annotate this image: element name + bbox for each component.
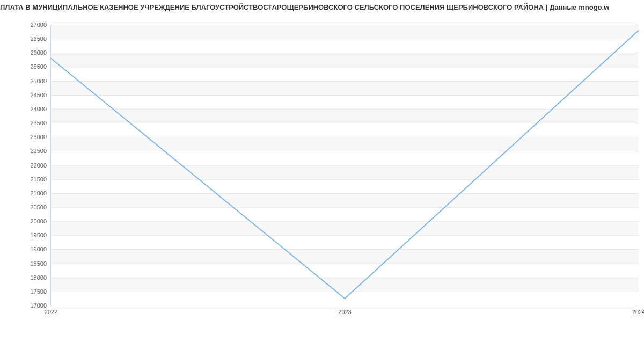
y-tick-label: 24000: [30, 106, 47, 112]
y-tick-label: 18500: [30, 260, 47, 267]
y-tick-label: 25000: [30, 78, 47, 84]
y-tick-label: 21000: [30, 190, 47, 197]
y-tick-label: 22500: [30, 148, 47, 154]
y-tick-label: 20000: [30, 218, 47, 224]
x-tick-label: 2024: [632, 309, 644, 315]
plot-area[interactable]: 1700017500180001850019000195002000020500…: [50, 25, 639, 306]
y-tick-label: 19500: [30, 232, 47, 238]
y-tick-label: 24500: [30, 92, 47, 98]
gridline: [51, 306, 639, 306]
y-tick-label: 21500: [30, 176, 47, 183]
y-tick-label: 17500: [30, 288, 47, 295]
x-tick-label: 2023: [338, 309, 351, 315]
y-tick-label: 20500: [30, 204, 47, 210]
x-tick-label: 2022: [45, 309, 57, 315]
y-tick-label: 26500: [30, 35, 47, 42]
y-tick-label: 17000: [30, 302, 47, 309]
chart-area: 1700017500180001850019000195002000020500…: [27, 25, 639, 322]
y-tick-label: 23500: [30, 120, 47, 126]
y-tick-label: 27000: [30, 21, 47, 28]
y-tick-label: 19000: [30, 246, 47, 252]
chart-title: ПЛАТА В МУНИЦИПАЛЬНОЕ КАЗЕННОЕ УЧРЕЖДЕНИ…: [0, 0, 644, 11]
line-series: [51, 30, 639, 298]
y-tick-label: 26000: [30, 49, 47, 56]
y-tick-label: 25500: [30, 63, 47, 70]
y-tick-label: 23000: [30, 134, 47, 140]
y-tick-label: 22000: [30, 162, 47, 169]
y-tick-label: 18000: [30, 274, 47, 281]
